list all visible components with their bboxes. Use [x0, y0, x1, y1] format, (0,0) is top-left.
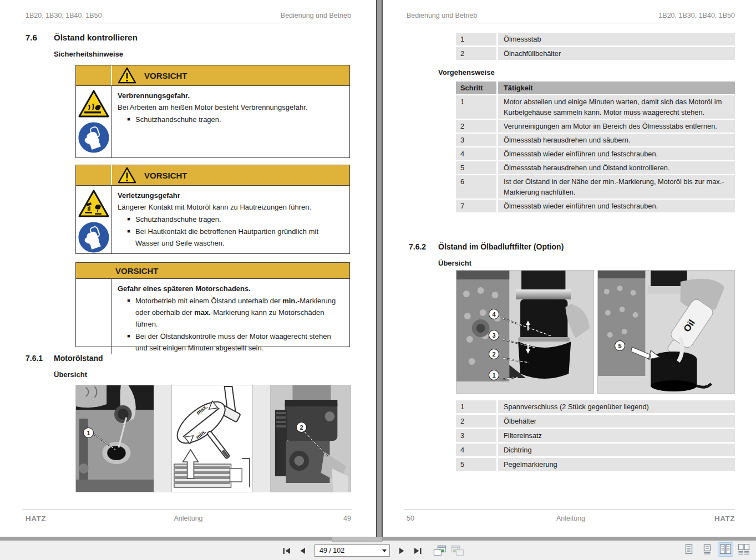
two-page-continuous-layout-button[interactable]: [736, 542, 752, 557]
warning-bullet: Bei der Ölstandskontrolle muss der Motor…: [135, 330, 344, 354]
warning-box-injury: VORSICHT: [75, 165, 350, 254]
table-row: 2 Ölnachfüllbehälter: [456, 47, 735, 60]
page-header-left: Bedienung und Betrieb: [407, 12, 477, 19]
table-row: 3 Ölmessstab herausdrehen und säubern.: [456, 134, 735, 146]
page-number-input[interactable]: [315, 545, 389, 556]
chevron-down-icon[interactable]: [382, 549, 387, 552]
footer-rule: [22, 510, 352, 510]
footer-center: Anleitung: [385, 515, 756, 522]
step-text: Ölmessstab wieder einführen und festschr…: [498, 200, 735, 212]
page-header-right: Bedienung und Betrieb: [281, 12, 351, 19]
last-page-button[interactable]: [411, 545, 424, 556]
viewer-bottom-toolbar: [0, 537, 756, 560]
page-number-combobox[interactable]: [314, 544, 390, 557]
next-view-button[interactable]: [450, 545, 465, 556]
page-layout-controls: [681, 542, 752, 557]
step-text: Ölmessstab herausdrehen und Ölstand kont…: [498, 161, 735, 174]
step-num: 4: [456, 147, 496, 160]
table-row: 4 Dichtring: [456, 444, 735, 456]
next-view-icon: [451, 545, 464, 556]
section-title: Ölstand kontrollieren: [54, 33, 138, 42]
table-row: 5 Pegelmarkierung: [456, 458, 735, 471]
header-rule: [404, 23, 735, 23]
bullet-marker: ■: [122, 114, 135, 125]
table-header-row: Schritt Tätigkeit: [456, 82, 735, 94]
previous-page-button[interactable]: [296, 545, 309, 556]
warning-icon-column: [76, 86, 112, 157]
column-header-task: Tätigkeit: [498, 82, 735, 94]
step-num: 6: [456, 175, 496, 198]
header-rule: [22, 23, 352, 23]
callout-1: 1: [489, 370, 499, 380]
table-row: 6 Ist der Ölstand in der Nähe der min.-M…: [456, 175, 735, 198]
protective-gloves-icon: [78, 121, 110, 154]
legend-table-bottom: 1 Spannverschluss (2 Stück gegenüber lie…: [456, 400, 735, 472]
figure-dipstick-drawing: max. min.: [171, 385, 253, 492]
legend-num: 2: [456, 415, 496, 427]
warning-bullet: Bei Hautkontakt die betroffenen Hautpart…: [135, 226, 344, 249]
step-num: 5: [456, 161, 496, 174]
bullet-marker: ■: [122, 330, 135, 354]
dipstick-line-art: max. min.: [172, 385, 252, 492]
figure-oil-filling-photo: 2: [270, 385, 351, 492]
legend-label: Spannverschluss (2 Stück gegenüber liege…: [498, 400, 735, 413]
next-page-button[interactable]: [395, 545, 408, 556]
toolbar-collapse-handle[interactable]: [332, 537, 383, 542]
two-page-layout-button[interactable]: [718, 542, 733, 557]
legend-table-top: 1 Ölmessstab 2 Ölnachfüllbehälter: [456, 33, 735, 62]
warning-box-engine-damage: VORSICHT Gefahr eines späteren Motorscha…: [75, 262, 350, 347]
step-text: Ölmessstab herausdrehen und säubern.: [498, 134, 735, 146]
legend-label: Ölnachfüllbehälter: [498, 47, 735, 60]
protective-gloves-icon: [78, 221, 110, 253]
warning-icon-column: [76, 186, 112, 253]
corrosive-substance-icon: [78, 189, 110, 218]
table-row: 1 Spannverschluss (2 Stück gegenüber lie…: [456, 400, 735, 413]
warning-icon-column: [76, 279, 112, 354]
table-row: 2 Ölbehälter: [456, 415, 735, 427]
page-header-left: 1B20, 1B30, 1B40, 1B50: [26, 12, 102, 19]
legend-num: 1: [456, 400, 496, 413]
warning-body-text: Längerer Kontakt mit Motoröl kann zu Hau…: [118, 201, 344, 213]
bullet-marker: ■: [122, 295, 135, 330]
engine-photo-art: [456, 271, 593, 393]
warning-header: VORSICHT: [76, 263, 349, 279]
subsection-title: Ölstand im Ölbadluftfilter (Option): [438, 242, 564, 251]
table-row: 4 Ölmessstab wieder einführen und festsc…: [456, 147, 735, 160]
previous-view-button[interactable]: [433, 545, 447, 556]
engine-photo-art: Oil: [598, 271, 734, 393]
subsection-number: 7.6.2: [409, 242, 426, 251]
table-row: 3 Filtereinsatz: [456, 429, 735, 442]
legend-label: Filtereinsatz: [498, 429, 735, 442]
two-pages-icon: [719, 544, 732, 555]
last-page-icon: [413, 547, 422, 554]
legend-num: 5: [456, 458, 496, 471]
legend-label: Ölmessstab: [498, 33, 735, 45]
hot-surface-icon: [78, 89, 110, 118]
safety-heading: Sicherheitshinweise: [54, 50, 123, 58]
engine-photo-art: [76, 385, 154, 492]
bullet-marker: ■: [122, 213, 135, 225]
continuous-layout-button[interactable]: [699, 542, 715, 557]
two-pages-continuous-icon: [738, 544, 750, 555]
warning-bullet: Schutzhandschuhe tragen.: [135, 213, 344, 225]
table-row: 7 Ölmessstab wieder einführen und festsc…: [456, 200, 735, 212]
subsection-number: 7.6.1: [26, 354, 43, 363]
step-text: Verunreinigungen am Motor im Bereich des…: [498, 120, 735, 133]
legend-label: Pegelmarkierung: [498, 458, 735, 471]
overview-heading: Übersicht: [54, 370, 87, 379]
first-page-button[interactable]: [280, 545, 293, 556]
page-spread-divider: [376, 0, 383, 537]
figure-row-oil-bath-filter: 4 3 2 1 Oil: [456, 270, 735, 394]
warning-lead: Verbrennungsgefahr.: [118, 90, 344, 101]
engine-photo-art: [271, 385, 351, 492]
warning-triangle-icon: [118, 67, 136, 84]
legend-num: 2: [456, 47, 496, 60]
warning-lead: Verletzungsgefahr: [118, 190, 344, 201]
previous-view-icon: [433, 545, 447, 556]
legend-label: Dichtring: [498, 444, 735, 456]
single-page-layout-button[interactable]: [681, 542, 697, 557]
warning-title: VORSICHT: [144, 171, 187, 180]
column-header-step: Schritt: [456, 82, 496, 94]
previous-page-icon: [299, 547, 307, 554]
footer-center: Anleitung: [0, 515, 377, 522]
